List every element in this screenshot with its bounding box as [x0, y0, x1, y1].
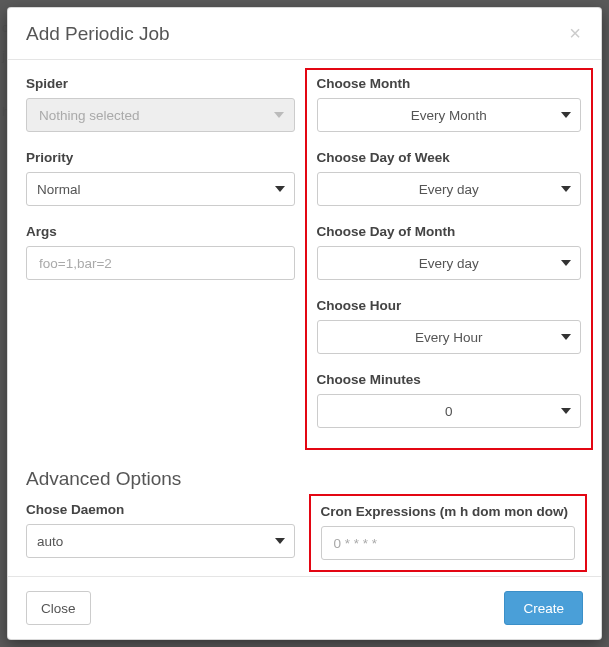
minutes-select[interactable]: 0	[317, 394, 582, 428]
chevron-down-icon	[274, 112, 284, 118]
schedule-highlight-box: Choose Month Every Month Choose Day of W…	[305, 68, 594, 450]
cron-input[interactable]	[321, 526, 576, 560]
cron-group: Cron Expressions (m h dom mon dow)	[321, 504, 576, 560]
cron-highlight-box: Cron Expressions (m h dom mon dow)	[309, 494, 588, 572]
minutes-label: Choose Minutes	[317, 372, 582, 387]
close-button[interactable]: Close	[26, 591, 91, 625]
left-column: Spider Nothing selected Priority Normal	[26, 76, 295, 450]
dom-group: Choose Day of Month Every day	[317, 224, 582, 280]
hour-group: Choose Hour Every Hour	[317, 298, 582, 354]
spider-label: Spider	[26, 76, 295, 91]
daemon-group: Chose Daemon auto	[26, 502, 295, 558]
dow-select[interactable]: Every day	[317, 172, 582, 206]
modal-body: Spider Nothing selected Priority Normal	[8, 60, 601, 576]
dom-select[interactable]: Every day	[317, 246, 582, 280]
dow-group: Choose Day of Week Every day	[317, 150, 582, 206]
hour-select[interactable]: Every Hour	[317, 320, 582, 354]
priority-select[interactable]: Normal	[26, 172, 295, 206]
args-label: Args	[26, 224, 295, 239]
modal-header: Add Periodic Job ×	[8, 8, 601, 60]
daemon-column: Chose Daemon auto	[26, 502, 295, 576]
priority-group: Priority Normal	[26, 150, 295, 206]
daemon-label: Chose Daemon	[26, 502, 295, 517]
modal-footer: Close Create	[8, 576, 601, 639]
right-column: Choose Month Every Month Choose Day of W…	[315, 76, 584, 450]
daemon-select[interactable]: auto	[26, 524, 295, 558]
modal-title: Add Periodic Job	[26, 23, 170, 45]
cron-label: Cron Expressions (m h dom mon dow)	[321, 504, 576, 519]
spider-select-value: Nothing selected	[39, 108, 140, 123]
hour-label: Choose Hour	[317, 298, 582, 313]
month-group: Choose Month Every Month	[317, 76, 582, 132]
month-select[interactable]: Every Month	[317, 98, 582, 132]
args-group: Args	[26, 224, 295, 280]
dow-label: Choose Day of Week	[317, 150, 582, 165]
advanced-options-title: Advanced Options	[26, 468, 583, 490]
background-text: j	[2, 48, 5, 63]
close-icon[interactable]: ×	[567, 23, 583, 43]
priority-label: Priority	[26, 150, 295, 165]
create-button[interactable]: Create	[504, 591, 583, 625]
minutes-group: Choose Minutes 0	[317, 372, 582, 428]
month-label: Choose Month	[317, 76, 582, 91]
args-input[interactable]	[26, 246, 295, 280]
dom-label: Choose Day of Month	[317, 224, 582, 239]
spider-group: Spider Nothing selected	[26, 76, 295, 132]
cron-column: Cron Expressions (m h dom mon dow)	[315, 502, 584, 576]
add-periodic-job-modal: Add Periodic Job × Spider Nothing select…	[7, 7, 602, 640]
spider-select[interactable]: Nothing selected	[26, 98, 295, 132]
